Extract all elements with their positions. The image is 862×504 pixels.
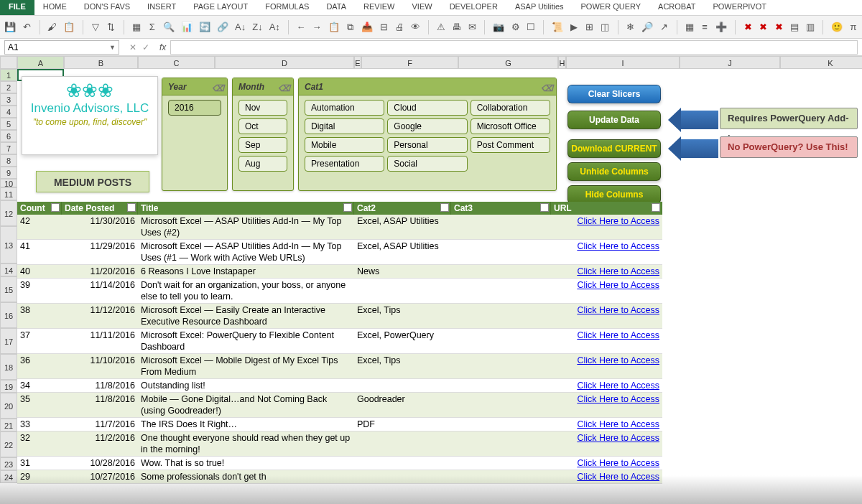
column-header[interactable]: F (361, 56, 458, 69)
table-icon[interactable]: ▦ (132, 22, 142, 33)
row-header[interactable]: 3 (0, 93, 17, 106)
access-link[interactable]: Click Here to Access (577, 241, 659, 251)
undo-icon[interactable]: ↶ (22, 22, 32, 33)
row-header[interactable]: 21 (0, 419, 17, 431)
access-link[interactable]: Click Here to Access (577, 280, 659, 290)
cancel-formula-icon[interactable]: ✕ (129, 42, 136, 52)
column-header[interactable]: I (566, 56, 680, 69)
row-header[interactable]: 19 (0, 380, 17, 393)
chart-icon[interactable]: 📊 (181, 22, 193, 33)
smiley-icon[interactable]: 🙂 (831, 22, 843, 33)
slicer-item[interactable]: Aug (238, 156, 287, 172)
column-header[interactable]: A (17, 56, 64, 69)
access-link[interactable]: Click Here to Access (577, 433, 659, 443)
slicer-item[interactable]: Mobile (305, 137, 384, 153)
print2-icon[interactable]: 🖶 (452, 22, 461, 33)
slicer-month[interactable]: Month⌫ NovOctSepAug (232, 78, 294, 191)
formula-input[interactable] (170, 40, 858, 55)
row-header[interactable]: 15 (0, 276, 17, 302)
back-icon[interactable]: ← (297, 22, 306, 33)
name-box[interactable]: A1 ▼ (4, 40, 119, 55)
row-header[interactable]: 18 (0, 354, 17, 380)
sort-icon[interactable]: ⇅ (107, 22, 116, 33)
row-header[interactable]: 20 (0, 393, 17, 419)
slicer-item[interactable]: 2016 (168, 100, 221, 116)
ribbon-tab-home[interactable]: HOME (34, 0, 75, 15)
slicer-item[interactable]: Microsoft Office (471, 118, 550, 134)
filter-dropdown-icon[interactable]: ▾ (652, 203, 660, 212)
window-icon[interactable]: ◫ (601, 22, 610, 33)
table-header[interactable]: Count▾ (17, 202, 62, 215)
access-link[interactable]: Click Here to Access (577, 458, 659, 468)
gear-icon[interactable]: ⚙ (511, 22, 520, 33)
chevron-down-icon[interactable]: ▼ (109, 44, 116, 51)
row-header[interactable]: 14 (0, 263, 17, 276)
row-header[interactable]: 11 (0, 187, 17, 200)
slicer-item[interactable]: Cloud (387, 100, 467, 116)
trace-icon[interactable]: ↗ (659, 22, 669, 33)
clear-filter-icon[interactable]: ⌫ (277, 80, 290, 93)
filter-dropdown-icon[interactable]: ▾ (51, 203, 60, 212)
sortaz2-icon[interactable]: A↕ (269, 22, 280, 33)
freeze-icon[interactable]: ❄ (626, 22, 635, 33)
unhide-icon[interactable]: ▥ (805, 22, 815, 33)
ribbon-tab-acrobat[interactable]: ACROBAT (649, 0, 704, 15)
filter-icon[interactable]: ▽ (91, 22, 101, 33)
table-header[interactable]: URL▾ (551, 202, 662, 215)
column-header[interactable]: D (215, 56, 354, 69)
row-header[interactable]: 7 (0, 142, 17, 154)
clipboard-icon[interactable]: 📋 (328, 22, 340, 33)
slicer-item[interactable]: Social (387, 156, 467, 172)
delete-row-icon[interactable]: ✖ (743, 22, 753, 33)
row-header[interactable]: 8 (0, 154, 17, 167)
row-header[interactable]: 5 (0, 118, 17, 130)
ribbon-tab-page-layout[interactable]: PAGE LAYOUT (185, 0, 256, 15)
pivot-icon[interactable]: ⊞ (585, 22, 595, 33)
row-header[interactable]: 16 (0, 302, 17, 328)
merge-icon[interactable]: ⊟ (379, 22, 389, 33)
pi-icon[interactable]: π (849, 22, 858, 33)
slicer-item[interactable]: Nov (238, 100, 287, 116)
ribbon-tab-asap-utilities[interactable]: ASAP Utilities (506, 0, 573, 15)
new-icon[interactable]: ☐ (527, 22, 536, 33)
slicer-year[interactable]: Year⌫ 2016 (162, 78, 228, 191)
az-sort-icon[interactable]: A↓ (235, 22, 246, 33)
slicer-item[interactable]: Automation (305, 100, 384, 116)
ribbon-tab-file[interactable]: FILE (0, 0, 34, 15)
camera-icon[interactable]: 📷 (493, 22, 504, 33)
insert-icon[interactable]: ➕ (715, 22, 727, 33)
za-sort-icon[interactable]: Z↓ (252, 22, 262, 33)
ribbon-tab-formulas[interactable]: FORMULAS (256, 0, 318, 15)
clear-slicers-button[interactable]: Clear Slicers (567, 85, 661, 103)
warning-icon[interactable]: ⚠ (436, 22, 445, 33)
row-header[interactable]: 17 (0, 328, 17, 354)
row-header[interactable]: 13 (0, 226, 17, 263)
paste2-icon[interactable]: 📥 (361, 22, 373, 33)
ribbon-tab-review[interactable]: REVIEW (355, 0, 403, 15)
slicer-cat1[interactable]: Cat1⌫ AutomationCloudCollaborationDigita… (298, 78, 557, 191)
paste-icon[interactable]: 📋 (63, 22, 75, 33)
slicer-item[interactable]: Presentation (305, 156, 384, 172)
row-header[interactable]: 22 (0, 431, 17, 457)
delete-col-icon[interactable]: ✖ (759, 22, 769, 33)
row-header[interactable]: 10 (0, 179, 17, 187)
access-link[interactable]: Click Here to Access (577, 266, 659, 276)
row-header[interactable]: 24 (0, 470, 17, 483)
row-header[interactable]: 4 (0, 106, 17, 118)
ribbon-tab-view[interactable]: VIEW (404, 0, 441, 15)
slicer-item[interactable]: Oct (238, 118, 287, 134)
find-icon[interactable]: 🔍 (163, 22, 175, 33)
ribbon-tab-developer[interactable]: DEVELOPER (441, 0, 506, 15)
slicer-item[interactable]: Digital (305, 118, 384, 134)
row-header[interactable]: 1 (0, 69, 17, 81)
access-link[interactable]: Click Here to Access (577, 355, 659, 365)
clear-filter-icon[interactable]: ⌫ (211, 80, 224, 93)
zoom-icon[interactable]: 🔎 (641, 22, 653, 33)
paint-icon[interactable]: 🖌 (47, 22, 57, 33)
filter-dropdown-icon[interactable]: ▾ (540, 203, 549, 212)
access-link[interactable]: Click Here to Access (577, 381, 659, 391)
access-link[interactable]: Click Here to Access (577, 216, 659, 226)
access-link[interactable]: Click Here to Access (577, 472, 659, 482)
slicer-item[interactable]: Collaboration (471, 100, 550, 116)
link-icon[interactable]: 🔗 (217, 22, 228, 33)
